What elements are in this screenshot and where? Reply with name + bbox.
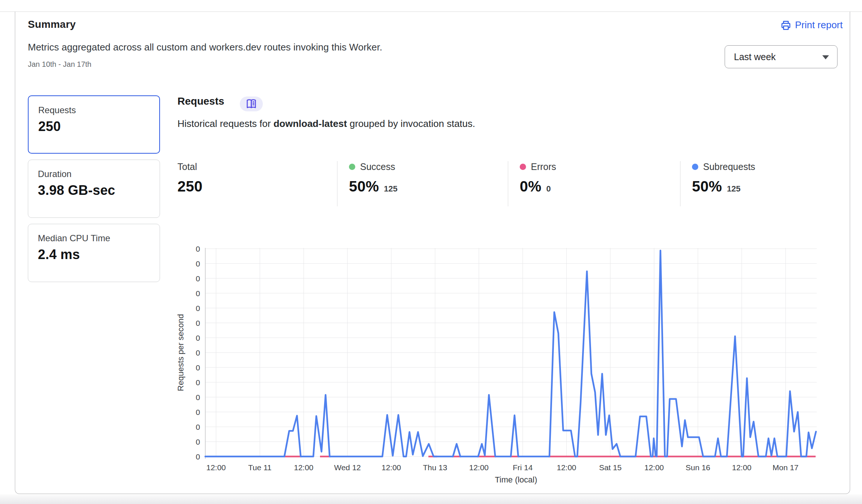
svg-text:0: 0: [196, 245, 200, 253]
subrequests-dot-icon: [692, 164, 698, 170]
metric-label: Median CPU Time: [38, 233, 150, 243]
metric-label: Requests: [38, 105, 150, 115]
stat-errors: Errors 0% 0: [520, 161, 556, 195]
subtitle-prefix: Historical requests for: [177, 118, 274, 129]
date-range: Jan 10th - Jan 17th: [28, 60, 91, 69]
svg-text:Sat 15: Sat 15: [599, 463, 622, 472]
page-title: Summary: [28, 19, 76, 30]
section-title: Requests: [177, 95, 224, 107]
svg-text:0: 0: [196, 274, 200, 283]
svg-text:0: 0: [196, 319, 200, 327]
metric-card-median-cpu-time[interactable]: Median CPU Time 2.4 ms: [28, 224, 160, 282]
stat-label: Success: [360, 161, 395, 172]
metric-value: 2.4 ms: [38, 247, 150, 262]
stat-value: 250: [177, 178, 203, 195]
requests-time-series-chart: 00000000000000012:00Tue 1112:00Wed 1212:…: [174, 238, 846, 494]
stat-success: Success 50% 125: [349, 161, 398, 195]
stat-count: 0: [546, 184, 551, 194]
errors-dot-icon: [520, 164, 526, 170]
svg-text:0: 0: [196, 423, 200, 431]
analytics-page: Summary Print report Metrics aggregated …: [0, 0, 862, 504]
stat-divider: [680, 161, 680, 206]
svg-text:12:00: 12:00: [469, 463, 489, 472]
svg-text:12:00: 12:00: [644, 463, 664, 472]
svg-text:0: 0: [196, 289, 200, 298]
svg-text:12:00: 12:00: [382, 463, 401, 472]
metric-card-duration[interactable]: Duration 3.98 GB-sec: [28, 160, 160, 218]
svg-text:Sun 16: Sun 16: [686, 463, 711, 472]
section-subtitle: Historical requests for download-latest …: [177, 118, 475, 130]
subtitle-suffix: grouped by invocation status.: [347, 118, 475, 129]
page-background-strip: [0, 494, 862, 504]
svg-text:Wed 12: Wed 12: [334, 463, 361, 472]
stat-count: 125: [727, 184, 741, 194]
success-dot-icon: [349, 164, 355, 170]
stat-label: Subrequests: [703, 161, 755, 172]
svg-text:Thu 13: Thu 13: [423, 463, 447, 472]
stat-count: 125: [384, 184, 398, 194]
stat-divider: [508, 161, 508, 206]
svg-text:12:00: 12:00: [557, 463, 577, 472]
metric-value: 250: [38, 119, 150, 134]
svg-text:12:00: 12:00: [732, 463, 752, 472]
svg-text:0: 0: [196, 378, 200, 387]
svg-text:Requests per second: Requests per second: [176, 314, 185, 391]
print-report-link[interactable]: Print report: [780, 19, 843, 31]
stat-label: Errors: [531, 161, 556, 172]
time-range-select[interactable]: Last week: [725, 45, 837, 68]
svg-text:0: 0: [196, 452, 200, 461]
svg-text:0: 0: [196, 304, 200, 312]
chevron-down-icon: [822, 55, 829, 59]
svg-text:0: 0: [196, 334, 200, 342]
svg-text:Mon 17: Mon 17: [773, 463, 799, 472]
svg-text:0: 0: [196, 348, 200, 357]
chart-canvas: 00000000000000012:00Tue 1112:00Wed 1212:…: [174, 238, 846, 494]
stat-label: Total: [177, 161, 197, 172]
stat-subrequests: Subrequests 50% 125: [692, 161, 755, 195]
time-range-value: Last week: [734, 52, 776, 62]
svg-text:0: 0: [196, 393, 200, 402]
svg-text:0: 0: [196, 408, 200, 416]
svg-text:0: 0: [196, 259, 200, 268]
stat-value: 50%: [692, 178, 722, 195]
subtitle-worker-name: download-latest: [274, 118, 347, 129]
stat-value: 0%: [520, 178, 541, 195]
svg-text:12:00: 12:00: [206, 463, 226, 472]
metric-label: Duration: [38, 169, 150, 179]
svg-text:Fri 14: Fri 14: [513, 463, 533, 472]
page-description: Metrics aggregated across all custom and…: [28, 42, 382, 53]
svg-text:Time (local): Time (local): [495, 475, 537, 484]
open-book-icon: [245, 99, 257, 109]
metric-value: 3.98 GB-sec: [38, 183, 150, 198]
svg-text:Tue 11: Tue 11: [248, 463, 271, 472]
svg-text:12:00: 12:00: [294, 463, 314, 472]
printer-icon: [780, 20, 791, 31]
stat-divider: [337, 161, 337, 206]
stat-total: Total 250: [177, 161, 203, 195]
stat-value: 50%: [349, 178, 379, 195]
svg-text:0: 0: [196, 363, 200, 372]
docs-badge[interactable]: [240, 96, 263, 111]
metric-card-requests[interactable]: Requests 250: [28, 95, 160, 154]
svg-text:0: 0: [196, 438, 200, 446]
print-report-label: Print report: [795, 19, 843, 31]
